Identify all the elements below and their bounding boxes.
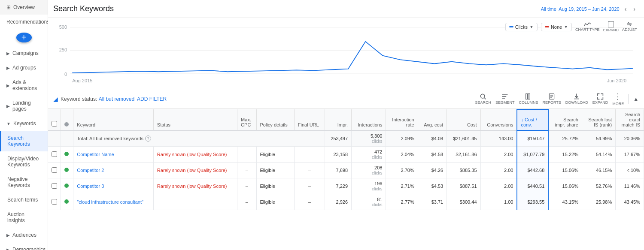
row-max-cpc: – [237, 147, 256, 163]
col-impr: Impr. [325, 109, 352, 130]
svg-line-14 [484, 98, 486, 99]
row-keyword[interactable]: Competitor 2 [73, 163, 154, 178]
download-button[interactable]: DOWNLOAD [565, 93, 588, 105]
row-search-exact: 17.67% [616, 147, 644, 163]
total-interaction-rate: 2.09% [386, 130, 418, 147]
reports-button[interactable]: REPORTS [542, 93, 561, 105]
col-cost-conv[interactable]: ↓Cost /conv. [517, 109, 548, 130]
svg-text:250: 250 [59, 48, 67, 53]
row-max-cpc: – [237, 178, 256, 194]
row-checkbox[interactable] [52, 183, 57, 189]
metric1-selector[interactable]: Clicks ▼ [505, 23, 538, 31]
row-cost-conv: $440.51 [517, 178, 548, 194]
row-cost: $887.51 [447, 178, 480, 194]
expand-table-button[interactable]: EXPAND [592, 93, 608, 105]
sidebar-item-auction[interactable]: Auction insights [0, 207, 48, 228]
row-status-dot-cell [61, 147, 73, 163]
row-interactions: 472clicks [352, 147, 386, 163]
total-conversions: 143.00 [480, 130, 517, 147]
row-checkbox-cell [48, 178, 61, 194]
row-search-lost-rank: 54.14% [582, 147, 615, 163]
top-bar-right: All time Aug 19, 2015 – Jun 24, 2020 ‹ › [541, 5, 637, 13]
more-options-button[interactable]: ⋮ MORE [612, 92, 624, 106]
select-all-checkbox[interactable] [52, 121, 57, 127]
adjust-chart-button[interactable]: ADJUST [622, 22, 637, 32]
sidebar-item-display-video[interactable]: Display/Video Keywords [0, 151, 48, 172]
metric1-caret: ▼ [529, 24, 534, 29]
row-checkbox[interactable] [52, 199, 57, 205]
metric2-label: None [551, 24, 562, 30]
row-status [153, 194, 237, 210]
total-impr: 253,497 [325, 130, 352, 147]
total-avg-cost: $4.08 [418, 130, 447, 147]
segment-button[interactable]: SEGMENT [495, 93, 515, 105]
sidebar-item-demographics[interactable]: ▶ Demographics [0, 242, 48, 250]
row-conversions: 2.00 [480, 163, 517, 178]
date-prev-button[interactable]: ‹ [623, 5, 629, 13]
search-button[interactable]: SEARCH [475, 93, 491, 105]
collapse-button[interactable]: ▲ [633, 96, 639, 102]
add-button[interactable]: + [16, 33, 32, 42]
row-cost-conv: $442.68 [517, 163, 548, 178]
columns-icon [525, 93, 532, 100]
row-search-lost-rank: 46.15% [582, 163, 615, 178]
sidebar-item-overview[interactable]: ⊞ Overview [0, 0, 48, 15]
expand-chart-button[interactable]: EXPAND [603, 21, 619, 32]
status-dot [64, 168, 69, 172]
main-content: Search Keywords All time Aug 19, 2015 – … [48, 0, 644, 250]
sidebar-item-recommendations[interactable]: Recommendations [0, 15, 48, 29]
toolbar-left: ◢ Keyword status: All but removed ADD FI… [53, 96, 167, 102]
columns-button[interactable]: COLUMNS [519, 93, 538, 105]
sidebar-item-keywords[interactable]: ▼ Keywords [0, 116, 48, 131]
segment-icon [501, 93, 508, 100]
add-filter-button[interactable]: ADD FILTER [137, 96, 167, 102]
row-status: Rarely shown (low Quality Score) [153, 178, 237, 194]
row-impr: 23,158 [325, 147, 352, 163]
metric2-selector[interactable]: None ▼ [541, 23, 572, 31]
row-search-lost-rank: 52.76% [582, 178, 615, 194]
chart-area: Clicks ▼ None ▼ CHART TYPE EXPAND ADJUST [48, 18, 644, 89]
expand-icon: ▼ [6, 121, 11, 126]
row-status-dot-cell [61, 194, 73, 210]
expand-icon: ▶ [6, 66, 10, 70]
row-interaction-rate: 2.70% [386, 163, 418, 178]
home-icon: ⊞ [6, 4, 11, 10]
row-keyword[interactable]: Competitor Name [73, 147, 154, 163]
row-search-exact: 43.45% [616, 194, 644, 210]
sidebar-item-adgroups[interactable]: ▶ Ad groups [0, 60, 48, 75]
row-keyword[interactable]: "cloud infrastructure consultant" [73, 194, 154, 210]
row-interaction-rate: 2.71% [386, 178, 418, 194]
col-keyword[interactable]: Keyword [73, 109, 154, 130]
row-status-dot-cell [61, 178, 73, 194]
sidebar-item-ads[interactable]: ▶ Ads & extensions [0, 75, 48, 96]
date-next-button[interactable]: › [632, 5, 637, 13]
col-search-exact: Searchexactmatch IS [616, 109, 644, 130]
row-policy: Eligible [256, 178, 294, 194]
chart-type-button[interactable]: CHART TYPE [575, 22, 600, 32]
row-impr: 2,926 [325, 194, 352, 210]
row-checkbox[interactable] [52, 167, 57, 173]
col-interaction-rate: Interactionrate [386, 109, 418, 130]
row-keyword[interactable]: Competitor 3 [73, 178, 154, 194]
sidebar-item-search-keywords[interactable]: Search Keywords [0, 131, 48, 151]
sidebar-item-search-terms[interactable]: Search terms [0, 193, 48, 207]
metric2-dot [545, 26, 549, 27]
row-search-exact: 11.46% [616, 178, 644, 194]
svg-point-13 [481, 94, 485, 98]
date-label: All time Aug 19, 2015 – Jun 24, 2020 [541, 6, 620, 12]
sidebar-item-audiences[interactable]: ▶ Audiences [0, 228, 48, 242]
sidebar-item-landing[interactable]: ▶ Landing pages [0, 96, 48, 116]
status-dot [64, 199, 69, 204]
row-interaction-rate: 2.04% [386, 147, 418, 163]
svg-text:0: 0 [64, 72, 67, 77]
row-avg-cost: $4.53 [418, 178, 447, 194]
svg-rect-19 [528, 94, 530, 99]
sidebar-item-campaigns[interactable]: ▶ Campaigns [0, 46, 48, 60]
info-icon[interactable]: ? [145, 136, 151, 142]
sidebar-item-negative[interactable]: Negative Keywords [0, 172, 48, 193]
row-checkbox[interactable] [52, 151, 57, 157]
date-range-value[interactable]: Aug 19, 2015 – Jun 24, 2020 [559, 6, 619, 12]
col-cost: Cost [447, 109, 480, 130]
table-row: Competitor 2 Rarely shown (low Quality S… [48, 163, 644, 178]
select-all-header [48, 109, 61, 130]
